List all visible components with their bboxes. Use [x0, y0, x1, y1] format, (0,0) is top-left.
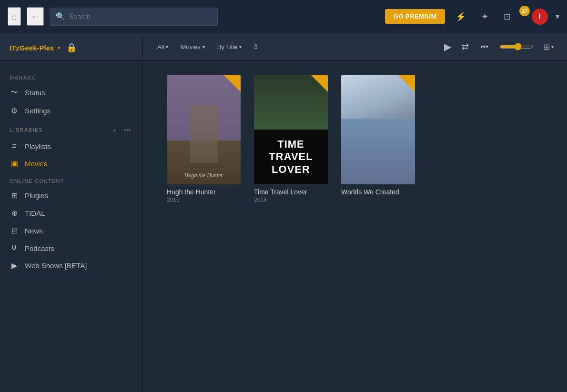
sidebar: MANAGE 〜 Status ⚙ Settings LIBRARIES + •… [0, 60, 143, 392]
movie-card[interactable]: TIMETRAVELLOVER Time Travel Lover 2014 [254, 75, 328, 203]
sidebar-item-tidal[interactable]: ⊕ TIDAL [0, 204, 142, 222]
play-all-button[interactable]: ▶ [440, 39, 455, 54]
sidebar-item-label-playlists: Playlists [25, 142, 51, 151]
zoom-slider[interactable] [500, 43, 533, 50]
movie-card[interactable]: Worlds We Created [341, 75, 415, 203]
sidebar-item-plugins[interactable]: ⊞ Plugins [0, 187, 142, 204]
server-name[interactable]: ITzGeek-Plex [10, 44, 54, 52]
top-nav: ⌂ ← 🔍 GO PREMIUM ⚡ ✦ ⊡ 17 I ▾ [0, 0, 567, 33]
movie-poster: Hugh the Hunter [167, 75, 241, 184]
view-chevron-icon: ▾ [551, 44, 554, 50]
settings-icon-button[interactable]: ✦ [476, 9, 493, 25]
server-bar: ITzGeek-Plex ▾ 🔒 [0, 37, 143, 57]
movie-poster: TIMETRAVELLOVER [254, 75, 328, 184]
movie-card[interactable]: Hugh the Hunter Hugh the Hunter 2015 [167, 75, 241, 203]
library-more-button[interactable]: ••• [122, 125, 133, 135]
zoom-slider-wrap [496, 43, 537, 50]
sidebar-item-label-plugins: Plugins [25, 191, 48, 200]
search-icon: 🔍 [56, 12, 65, 21]
poster-corner-badge [311, 75, 328, 92]
toolbar: All ▾ Movies ▾ By Title ▾ 3 ▶ ⇄ ••• ⊞ ▾ [143, 33, 567, 60]
online-content-section-label: ONLINE CONTENT [0, 172, 142, 187]
activity-icon-button[interactable]: ⚡ [451, 9, 471, 25]
plugins-icon: ⊞ [10, 191, 19, 200]
movie-grid: Hugh the Hunter Hugh the Hunter 2015 TIM… [167, 75, 553, 203]
add-library-button[interactable]: + [111, 125, 118, 135]
item-count: 3 [249, 43, 263, 50]
movie-year: 2015 [167, 197, 241, 203]
podcasts-icon: 🎙 [10, 244, 19, 252]
movies-icon: ▣ [10, 159, 19, 168]
home-button[interactable]: ⌂ [8, 7, 21, 26]
title-chevron-icon: ▾ [239, 44, 242, 50]
sidebar-item-movies[interactable]: ▣ Movies [0, 155, 142, 172]
sort-by-title-button[interactable]: By Title ▾ [213, 40, 247, 53]
sidebar-item-status[interactable]: 〜 Status [0, 83, 142, 102]
sidebar-item-label-status: Status [25, 89, 45, 97]
cast-icon-button[interactable]: ⊡ [499, 9, 516, 25]
libraries-actions: + ••• [111, 125, 133, 135]
server-lock-icon: 🔒 [66, 42, 77, 53]
news-icon: ⊟ [10, 226, 19, 235]
movie-year: 2014 [254, 197, 328, 203]
sidebar-item-web-shows[interactable]: ▶ Web Shows [BETA] [0, 257, 142, 274]
all-chevron-icon: ▾ [166, 44, 168, 50]
sidebar-item-label-web-shows: Web Shows [BETA] [25, 261, 87, 270]
sidebar-item-playlists[interactable]: ≡ Playlists [0, 138, 142, 155]
status-icon: 〜 [10, 88, 19, 98]
back-button[interactable]: ← [27, 7, 44, 26]
shuffle-button[interactable]: ⇄ [458, 40, 473, 54]
notification-badge[interactable]: 17 [519, 6, 530, 16]
avatar[interactable]: I [532, 9, 548, 25]
movie-title: Hugh the Hunter [167, 188, 241, 196]
movie-title: Time Travel Lover [254, 188, 328, 196]
poster-corner-badge [223, 75, 241, 92]
playlists-icon: ≡ [10, 142, 19, 151]
server-menu-chevron[interactable]: ▾ [58, 45, 61, 51]
sidebar-item-settings[interactable]: ⚙ Settings [0, 102, 142, 120]
web-shows-icon: ▶ [10, 261, 19, 270]
sidebar-item-label-movies: Movies [25, 160, 48, 168]
filter-movies-button[interactable]: Movies ▾ [176, 40, 209, 53]
filter-all-button[interactable]: All ▾ [152, 40, 173, 53]
sidebar-item-label-settings: Settings [25, 107, 51, 115]
libraries-section-label: LIBRARIES [10, 127, 111, 133]
main-layout: MANAGE 〜 Status ⚙ Settings LIBRARIES + •… [0, 60, 567, 392]
notification-area: 17 I [521, 9, 548, 25]
settings-icon: ⚙ [10, 106, 19, 115]
sidebar-item-label-news: News [25, 227, 43, 235]
view-toggle-button[interactable]: ⊞ ▾ [540, 40, 557, 53]
search-bar: 🔍 [50, 8, 218, 26]
movies-chevron-icon: ▾ [202, 44, 205, 50]
sidebar-item-label-tidal: TIDAL [25, 209, 45, 217]
search-input[interactable] [69, 13, 212, 20]
sidebar-item-news[interactable]: ⊟ News [0, 222, 142, 240]
libraries-header: LIBRARIES + ••• [0, 120, 142, 138]
go-premium-button[interactable]: GO PREMIUM [385, 9, 445, 24]
more-options-button[interactable]: ••• [476, 40, 493, 53]
user-menu-chevron[interactable]: ▾ [556, 12, 559, 21]
tidal-icon: ⊕ [10, 209, 19, 218]
content-area: Hugh the Hunter Hugh the Hunter 2015 TIM… [143, 60, 567, 392]
movie-title: Worlds We Created [341, 188, 415, 196]
manage-section-label: MANAGE [0, 69, 142, 83]
sidebar-item-label-podcasts: Podcasts [25, 244, 54, 252]
poster-corner-badge [398, 75, 415, 92]
sidebar-item-podcasts[interactable]: 🎙 Podcasts [0, 240, 142, 257]
movie-poster [341, 75, 415, 184]
